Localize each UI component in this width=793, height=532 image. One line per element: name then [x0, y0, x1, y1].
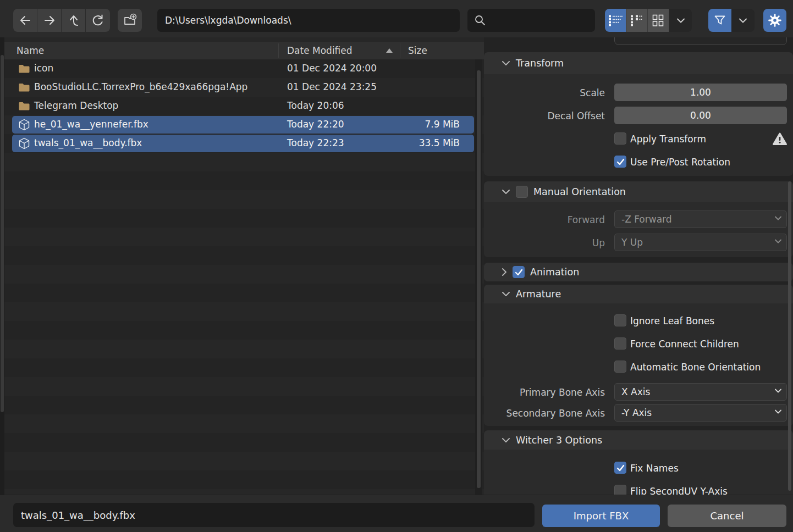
settings-button[interactable] — [763, 9, 786, 32]
animation-checkbox[interactable] — [513, 266, 525, 278]
section-title: Animation — [530, 267, 579, 278]
folder-icon — [18, 81, 31, 94]
file-row-folder[interactable]: BooStudioLLC.TorrexPro_b6e429xa66pga!App… — [4, 78, 484, 97]
horizontal-list-view-button[interactable] — [626, 9, 648, 32]
back-button[interactable] — [13, 9, 37, 32]
column-header-name[interactable]: Name — [16, 45, 44, 56]
ignore-leaf-bones-checkbox[interactable] — [614, 314, 626, 326]
folder-icon — [18, 62, 31, 75]
chevron-down-icon — [502, 291, 510, 297]
refresh-icon — [90, 13, 106, 28]
file-name: Telegram Desktop — [34, 100, 118, 111]
up-arrow-icon — [66, 13, 81, 28]
chevron-down-icon — [774, 239, 782, 244]
directory-path-input[interactable] — [157, 9, 460, 32]
chevron-down-icon — [676, 18, 685, 23]
file-date: 01 Dec 2024 23:25 — [287, 81, 377, 92]
file-list-empty-area — [4, 153, 484, 495]
search-input[interactable] — [487, 14, 586, 26]
scale-field[interactable]: 1.00 — [614, 84, 787, 101]
file-date: Today 20:06 — [287, 100, 344, 111]
options-panel-scrollbar-thumb[interactable] — [788, 181, 791, 491]
file-name: icon — [34, 63, 53, 74]
left-scrollbar-thumb[interactable] — [1, 55, 4, 412]
footer-bar: Import FBX Cancel — [0, 495, 793, 532]
file-row-fbx-selected[interactable]: twals_01_wa__body.fbx Today 22:23 33.5 M… — [4, 134, 484, 153]
secondary-bone-axis-label: Secondary Bone Axis — [484, 408, 605, 419]
file-name: BooStudioLLC.TorrexPro_b6e429xa66pga!App — [34, 81, 247, 92]
file-row-fbx-selected[interactable]: he_01_wa__yennefer.fbx Today 22:20 7.9 M… — [4, 115, 484, 134]
filter-toggle-button[interactable] — [708, 9, 731, 32]
fix-names-label: Fix Names — [630, 463, 679, 474]
file-name: he_01_wa__yennefer.fbx — [34, 119, 148, 130]
file-list-region: Name Date Modified Size icon 01 Dec 2024… — [4, 37, 484, 495]
warning-icon — [772, 132, 788, 146]
left-region-scrollbar[interactable] — [0, 37, 4, 495]
apply-transform-label: Apply Transform — [630, 134, 706, 145]
file-date: Today 22:23 — [287, 137, 344, 148]
use-prepost-rotation-checkbox[interactable] — [614, 156, 626, 168]
clipped-widget-bottom[interactable] — [614, 37, 787, 45]
animation-section-header[interactable]: Animation — [484, 263, 793, 281]
forward-arrow-icon — [42, 13, 57, 28]
file-date: Today 22:20 — [287, 119, 344, 130]
parent-directory-button[interactable] — [62, 9, 86, 32]
column-header-size[interactable]: Size — [408, 45, 427, 56]
transform-section-header[interactable]: Transform — [484, 52, 793, 74]
vertical-list-view-button[interactable] — [605, 9, 626, 32]
chevron-down-icon — [502, 60, 510, 66]
filter-settings-dropdown[interactable] — [731, 9, 755, 32]
force-connect-children-checkbox[interactable] — [614, 337, 626, 350]
file-row-folder[interactable]: icon 01 Dec 2024 20:00 — [4, 59, 484, 78]
mesh-cube-icon — [18, 118, 31, 131]
primary-bone-axis-dropdown[interactable]: X Axis — [614, 383, 787, 401]
secondary-bone-axis-dropdown[interactable]: -Y Axis — [614, 404, 787, 422]
witcher3-options-section-header[interactable]: Witcher 3 Options — [484, 430, 793, 450]
fix-names-checkbox[interactable] — [614, 462, 626, 474]
sort-ascending-icon[interactable] — [386, 48, 393, 53]
chevron-down-icon — [502, 437, 510, 443]
manual-orientation-checkbox[interactable] — [516, 186, 528, 198]
column-separator — [400, 43, 400, 58]
chevron-down-icon — [739, 18, 747, 23]
section-title: Manual Orientation — [533, 186, 626, 197]
cancel-button[interactable]: Cancel — [668, 505, 786, 527]
flip-seconduv-label: Flip SecondUV Y-Axis — [630, 486, 728, 495]
filter-group — [708, 9, 755, 32]
automatic-bone-orientation-checkbox[interactable] — [614, 361, 626, 373]
file-size: 33.5 MiB — [419, 137, 460, 148]
chevron-right-icon — [502, 268, 507, 276]
file-list-scrollbar[interactable] — [475, 59, 482, 495]
new-folder-button[interactable] — [118, 9, 142, 32]
manual-orientation-section-header[interactable]: Manual Orientation — [484, 181, 793, 202]
up-value: Y Up — [621, 237, 643, 248]
up-label: Up — [484, 237, 605, 248]
forward-dropdown[interactable]: -Z Forward — [614, 210, 787, 228]
use-prepost-rotation-label: Use Pre/Post Rotation — [630, 157, 730, 168]
display-settings-dropdown[interactable] — [669, 9, 692, 32]
forward-button[interactable] — [37, 9, 62, 32]
thumbnail-view-button[interactable] — [648, 9, 669, 32]
search-box[interactable] — [467, 9, 595, 32]
gear-icon — [767, 13, 783, 28]
import-options-panel: Transform Scale 1.00 Decal Offset 0.00 A… — [484, 37, 793, 495]
horizontal-list-icon — [630, 14, 644, 26]
filename-input[interactable] — [13, 503, 535, 527]
column-header-date-modified[interactable]: Date Modified — [287, 45, 353, 56]
decal-offset-field[interactable]: 0.00 — [614, 107, 787, 124]
apply-transform-checkbox[interactable] — [614, 132, 626, 145]
import-fbx-button[interactable]: Import FBX — [542, 505, 660, 527]
secondary-bone-axis-value: -Y Axis — [621, 407, 652, 418]
column-separator — [278, 43, 279, 58]
decal-offset-label: Decal Offset — [484, 110, 605, 121]
up-dropdown[interactable]: Y Up — [614, 234, 787, 251]
search-icon — [473, 13, 487, 27]
refresh-button[interactable] — [86, 9, 110, 32]
file-size: 7.9 MiB — [425, 119, 460, 130]
flip-seconduv-checkbox[interactable] — [614, 485, 626, 495]
armature-section-header[interactable]: Armature — [484, 285, 793, 303]
chevron-down-icon — [774, 389, 782, 394]
file-list-scrollbar-thumb[interactable] — [477, 70, 481, 488]
file-row-folder[interactable]: Telegram Desktop Today 20:06 — [4, 97, 484, 115]
ignore-leaf-bones-label: Ignore Leaf Bones — [630, 315, 714, 326]
